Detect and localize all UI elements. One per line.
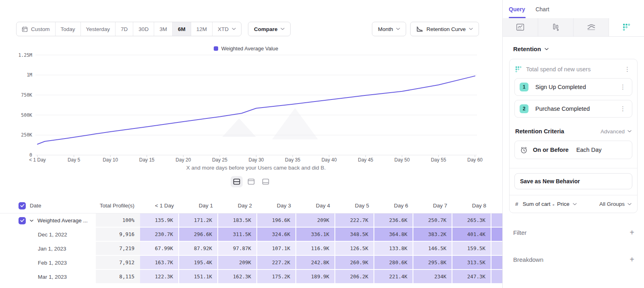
compare-button[interactable]: Compare: [248, 22, 291, 36]
retention-value-cell[interactable]: 221.4K: [374, 270, 413, 284]
groups-dropdown[interactable]: All Groups: [599, 201, 632, 207]
retention-value-cell[interactable]: 265.3K: [452, 213, 491, 228]
split-view-toggle[interactable]: [231, 176, 243, 187]
retention-value-cell[interactable]: 311.5K: [218, 228, 257, 242]
y-tick-label: 250K: [3, 132, 32, 138]
header-day-3: Day 3: [257, 198, 296, 213]
retention-value-cell[interactable]: 122.3K: [140, 270, 179, 284]
retention-value-cell[interactable]: 183.5K: [218, 213, 257, 228]
report-tab-funnels[interactable]: [538, 18, 574, 36]
tab-chart[interactable]: Chart: [535, 0, 549, 18]
step-number-badge: 2: [520, 104, 528, 113]
report-tab-flows[interactable]: [574, 18, 609, 36]
retention-value-cell[interactable]: 159.5K: [452, 242, 491, 256]
retention-value-cell[interactable]: 348.5K: [335, 228, 374, 242]
header-day-5: Day 5: [335, 198, 374, 213]
retention-value-cell-clipped[interactable]: [491, 228, 502, 242]
retention-value-cell[interactable]: 242.8K: [296, 256, 335, 270]
retention-value-cell[interactable]: 162.3K: [218, 270, 257, 284]
retention-value-cell[interactable]: 234K: [413, 270, 452, 284]
retention-value-cell[interactable]: 196.6K: [257, 213, 296, 228]
behavior-step-purchase-completed[interactable]: 2Purchase Completed⋮: [514, 100, 632, 118]
retention-value-cell[interactable]: 336.1K: [296, 228, 335, 242]
retention-value-cell[interactable]: 250.7K: [413, 213, 452, 228]
retention-value-cell[interactable]: 195.4K: [179, 256, 218, 270]
behavior-step-sign-up-completed[interactable]: 1Sign Up Completed⋮: [514, 78, 632, 96]
range-7d-button[interactable]: 7D: [115, 22, 133, 36]
retention-value-cell[interactable]: 313.5K: [452, 256, 491, 270]
retention-value-cell[interactable]: 296.6K: [179, 228, 218, 242]
retention-value-cell[interactable]: 295.8K: [413, 256, 452, 270]
range-xtd-button[interactable]: XTD: [212, 22, 241, 36]
report-tab-retention[interactable]: [609, 18, 644, 36]
retention-value-cell[interactable]: 236.6K: [374, 213, 413, 228]
retention-value-cell[interactable]: 133.8K: [374, 242, 413, 256]
save-as-new-behavior-button[interactable]: Save as New Behavior: [514, 173, 632, 189]
retention-value-cell-clipped[interactable]: [491, 256, 502, 270]
range-custom-button[interactable]: Custom: [17, 22, 55, 36]
retention-value-cell-clipped[interactable]: [491, 270, 502, 284]
range-12m-button[interactable]: 12M: [191, 22, 212, 36]
retention-value-cell-clipped[interactable]: [491, 213, 502, 228]
retention-value-cell[interactable]: 364.8K: [374, 228, 413, 242]
x-tick-label: Day 5: [68, 157, 80, 163]
retention-value-cell-clipped[interactable]: [491, 242, 502, 256]
retention-value-cell[interactable]: 209K: [296, 213, 335, 228]
measure-property-dropdown[interactable]: Sum of cart▸Price: [523, 201, 570, 207]
retention-value-cell[interactable]: 222.7K: [335, 213, 374, 228]
retention-value-cell[interactable]: 401.4K: [452, 228, 491, 242]
kebab-menu-icon[interactable]: ⋮: [623, 66, 632, 73]
range-today-button[interactable]: Today: [55, 22, 80, 36]
kebab-menu-icon[interactable]: ⋮: [619, 84, 627, 90]
chart-view-toggle[interactable]: [245, 176, 257, 187]
range-yesterday-button[interactable]: Yesterday: [80, 22, 116, 36]
retention-value-cell[interactable]: 163.7K: [140, 256, 179, 270]
retention-value-cell[interactable]: 87.92K: [179, 242, 218, 256]
chart-type-dropdown[interactable]: Retention Curve: [410, 22, 479, 36]
retention-value-cell[interactable]: 175.2K: [257, 270, 296, 284]
retention-value-cell[interactable]: 171.2K: [179, 213, 218, 228]
retention-value-cell[interactable]: 97.87K: [218, 242, 257, 256]
expand-row-chevron-icon[interactable]: [30, 220, 33, 222]
retention-value-cell[interactable]: 209K: [218, 256, 257, 270]
tab-query[interactable]: Query: [509, 0, 525, 18]
report-tab-insights[interactable]: [503, 18, 538, 36]
advanced-dropdown[interactable]: Advanced: [601, 128, 632, 135]
add-breakdown-button[interactable]: +: [630, 255, 634, 263]
total-profiles-cell: 100%: [96, 213, 140, 228]
x-tick-label: Day 40: [322, 157, 337, 163]
select-all-checkbox[interactable]: [19, 202, 26, 209]
granularity-dropdown[interactable]: Month: [372, 22, 407, 36]
retention-value-cell[interactable]: 324.6K: [257, 228, 296, 242]
retention-value-cell[interactable]: 230.7K: [140, 228, 179, 242]
retention-value-cell[interactable]: 247.3K: [452, 270, 491, 284]
total-profiles-cell: 9,916: [96, 228, 140, 242]
range-3m-button[interactable]: 3M: [154, 22, 172, 36]
query-type-dropdown[interactable]: Retention: [509, 46, 638, 52]
range-30d-button[interactable]: 30D: [133, 22, 154, 36]
retention-value-cell[interactable]: 383.2K: [413, 228, 452, 242]
retention-timing-selector[interactable]: On or Before Each Day: [514, 141, 632, 159]
y-tick-label: 750K: [3, 92, 32, 98]
add-filter-button[interactable]: +: [630, 228, 634, 236]
watermark-triangle: [222, 118, 256, 137]
row-checkbox[interactable]: [19, 217, 26, 224]
x-axis-caption: X and more days before your Users came b…: [0, 165, 512, 171]
retention-value-cell[interactable]: 67.99K: [140, 242, 179, 256]
retention-value-cell[interactable]: 189.9K: [296, 270, 335, 284]
table-row-feb-1-2023: Feb 1, 20237,912163.7K195.4K209K227.2K24…: [0, 256, 502, 270]
retention-value-cell[interactable]: 107.1K: [257, 242, 296, 256]
retention-value-cell[interactable]: 227.2K: [257, 256, 296, 270]
retention-value-cell[interactable]: 260.9K: [335, 256, 374, 270]
retention-value-cell[interactable]: 135.9K: [140, 213, 179, 228]
retention-value-cell[interactable]: 151.1K: [179, 270, 218, 284]
retention-value-cell[interactable]: 116.9K: [296, 242, 335, 256]
retention-value-cell[interactable]: 146.5K: [413, 242, 452, 256]
retention-table: DateTotal Profile(s)< 1 DayDay 1Day 2Day…: [0, 198, 502, 284]
kebab-menu-icon[interactable]: ⋮: [619, 106, 627, 112]
retention-value-cell[interactable]: 126.5K: [335, 242, 374, 256]
retention-value-cell[interactable]: 206.2K: [335, 270, 374, 284]
table-view-toggle[interactable]: [260, 176, 272, 187]
retention-value-cell[interactable]: 280.6K: [374, 256, 413, 270]
range-6m-button[interactable]: 6M: [172, 22, 191, 36]
